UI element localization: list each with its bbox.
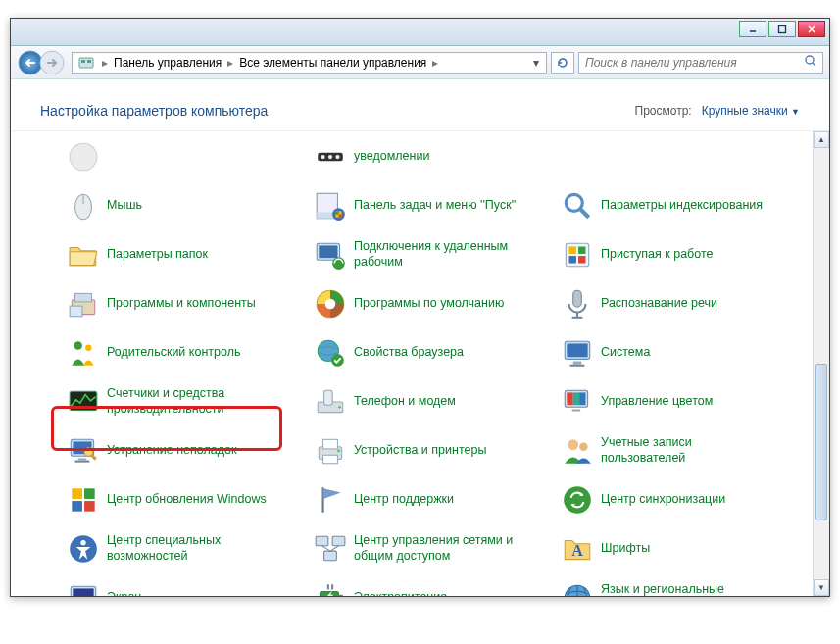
svg-rect-23 bbox=[339, 215, 342, 218]
svg-rect-22 bbox=[335, 211, 338, 214]
list-item-speech[interactable]: Распознавание речи bbox=[560, 282, 805, 325]
minimize-button[interactable] bbox=[739, 21, 766, 37]
list-item-region-language[interactable]: Язык и региональные стандарты bbox=[560, 576, 805, 596]
item-label: уведомлении bbox=[354, 149, 429, 165]
breadcrumb-2[interactable]: Все элементы панели управления bbox=[237, 56, 428, 70]
refresh-button[interactable] bbox=[551, 52, 574, 74]
item-label: Счетчики и средства производительности bbox=[107, 386, 283, 417]
item-label: Шрифты bbox=[601, 541, 650, 557]
ease-of-access-icon bbox=[66, 531, 101, 567]
list-item-folder-options[interactable]: Параметры папок bbox=[66, 233, 311, 276]
list-item-phone-modem[interactable]: Телефон и модем bbox=[313, 380, 558, 423]
list-item-color-management[interactable]: Управление цветом bbox=[560, 380, 805, 423]
list-item-programs[interactable]: Программы и компоненты bbox=[66, 282, 311, 325]
list-item-remote[interactable]: Подключения к удаленным рабочим bbox=[313, 233, 558, 276]
nav-back-forward[interactable] bbox=[17, 49, 68, 76]
item-label: Родительский контроль bbox=[107, 345, 240, 361]
svg-rect-80 bbox=[324, 551, 337, 561]
scroll-thumb[interactable] bbox=[815, 364, 827, 520]
svg-rect-31 bbox=[578, 247, 585, 254]
list-item-windows-update[interactable]: Центр обновления Windows bbox=[66, 478, 311, 521]
svg-rect-30 bbox=[569, 247, 576, 254]
svg-rect-55 bbox=[567, 392, 572, 405]
item-label: Мышь bbox=[107, 198, 142, 214]
taskbar-icon bbox=[313, 188, 348, 223]
scroll-down-button[interactable]: ▼ bbox=[814, 579, 829, 596]
item-label: Панель задач и меню ''Пуск'' bbox=[354, 198, 516, 214]
list-item-fonts[interactable]: AШрифты bbox=[560, 527, 805, 570]
svg-rect-66 bbox=[323, 455, 338, 464]
svg-rect-62 bbox=[75, 461, 90, 463]
item-label: Подключения к удаленным рабочим bbox=[354, 239, 530, 270]
svg-line-10 bbox=[813, 63, 815, 66]
view-value-link[interactable]: Крупные значки ▼ bbox=[702, 104, 800, 118]
list-item-system[interactable]: Система bbox=[560, 331, 805, 374]
svg-rect-33 bbox=[578, 256, 585, 263]
power-icon bbox=[313, 580, 348, 596]
list-item-devices-printers[interactable]: Устройства и принтеры bbox=[313, 429, 558, 472]
header: Настройка параметров компьютера Просмотр… bbox=[11, 79, 829, 131]
list-item-display[interactable]: Экран bbox=[66, 576, 311, 596]
items-grid: уведомлении Мышь Панель задач и меню ''П… bbox=[11, 131, 829, 596]
svg-rect-8 bbox=[87, 60, 91, 63]
list-item-action-center[interactable]: Центр поддержки bbox=[313, 478, 558, 521]
list-item-mouse[interactable]: Мышь bbox=[66, 184, 311, 227]
list-item-parental[interactable]: Родительский контроль bbox=[66, 331, 311, 374]
svg-rect-78 bbox=[316, 536, 328, 546]
list-item-user-accounts[interactable]: Учетные записи пользователей bbox=[560, 429, 805, 472]
item-label: Система bbox=[601, 345, 650, 361]
list-item-taskbar[interactable]: Панель задач и меню ''Пуск'' bbox=[313, 184, 558, 227]
item-label: Программы по умолчанию bbox=[354, 296, 504, 312]
svg-rect-58 bbox=[572, 409, 581, 411]
svg-rect-35 bbox=[75, 293, 92, 302]
list-item[interactable]: уведомлении bbox=[313, 135, 558, 178]
svg-rect-7 bbox=[81, 60, 85, 63]
svg-point-24 bbox=[566, 194, 582, 211]
list-item-default-programs[interactable]: Программы по умолчанию bbox=[313, 282, 558, 325]
breadcrumb-sep[interactable]: ▸ bbox=[98, 56, 112, 70]
svg-rect-47 bbox=[567, 343, 587, 357]
svg-rect-85 bbox=[73, 588, 93, 596]
list-item-getting-started[interactable]: Приступая к работе bbox=[560, 233, 805, 276]
flag-icon bbox=[313, 482, 348, 518]
search-icon[interactable] bbox=[799, 54, 822, 71]
list-item-sync-center[interactable]: Центр синхронизации bbox=[560, 478, 805, 521]
svg-line-82 bbox=[330, 546, 339, 551]
list-item-network[interactable]: Центр управления сетями и общим доступом bbox=[313, 527, 558, 570]
svg-rect-56 bbox=[573, 392, 579, 405]
vertical-scrollbar[interactable]: ▲ ▼ bbox=[813, 131, 829, 596]
search-input[interactable] bbox=[579, 56, 799, 70]
network-icon bbox=[313, 531, 348, 567]
svg-point-15 bbox=[335, 155, 339, 159]
item-label: Учетные записи пользователей bbox=[601, 435, 777, 466]
scroll-track[interactable] bbox=[814, 148, 829, 579]
item-label: Центр специальных возможностей bbox=[107, 533, 283, 564]
svg-line-25 bbox=[580, 209, 589, 218]
content-area: уведомлении Мышь Панель задач и меню ''П… bbox=[11, 131, 829, 596]
list-item-internet-options[interactable]: Свойства браузера bbox=[313, 331, 558, 374]
item-label: Параметры папок bbox=[107, 247, 208, 263]
svg-point-14 bbox=[328, 155, 332, 159]
svg-point-68 bbox=[568, 439, 578, 450]
scroll-up-button[interactable]: ▲ bbox=[814, 131, 829, 148]
list-item-troubleshooting[interactable]: Устранение неполадок bbox=[66, 429, 311, 472]
address-bar[interactable]: ▸ Панель управления ▸ Все элементы панел… bbox=[72, 52, 547, 74]
breadcrumb-sep[interactable]: ▸ bbox=[428, 56, 442, 70]
list-item-indexing[interactable]: Параметры индексирования bbox=[560, 184, 805, 227]
svg-point-42 bbox=[74, 341, 82, 350]
list-item-power[interactable]: Электропитание bbox=[313, 576, 558, 596]
programs-icon bbox=[66, 286, 101, 322]
item-label: Параметры индексирования bbox=[601, 198, 763, 214]
breadcrumb-sep[interactable]: ▸ bbox=[223, 56, 237, 70]
maximize-button[interactable] bbox=[768, 21, 796, 37]
close-button[interactable] bbox=[798, 21, 825, 37]
search-bar[interactable] bbox=[578, 52, 823, 74]
list-item-ease-of-access[interactable]: Центр специальных возможностей bbox=[66, 527, 311, 570]
svg-rect-48 bbox=[573, 362, 582, 365]
breadcrumb-1[interactable]: Панель управления bbox=[112, 56, 223, 70]
item-label: Приступая к работе bbox=[601, 247, 713, 263]
list-item[interactable] bbox=[66, 135, 311, 178]
svg-point-38 bbox=[325, 299, 336, 310]
list-item-performance[interactable]: Счетчики и средства производительности bbox=[66, 380, 311, 423]
address-dropdown[interactable]: ▾ bbox=[528, 56, 544, 70]
